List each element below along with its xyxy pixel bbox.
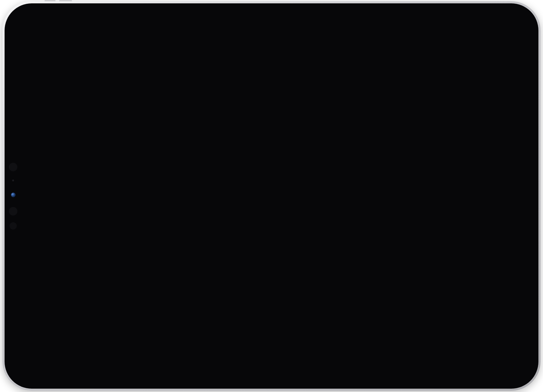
front-camera-lens <box>11 193 16 197</box>
camera-sensor <box>9 207 17 216</box>
camera-microphone-dot <box>12 180 14 181</box>
camera-sensor <box>9 222 17 230</box>
tablet-device-frame <box>2 1 541 391</box>
camera-sensor <box>9 163 17 171</box>
tablet-bezel <box>5 3 538 389</box>
